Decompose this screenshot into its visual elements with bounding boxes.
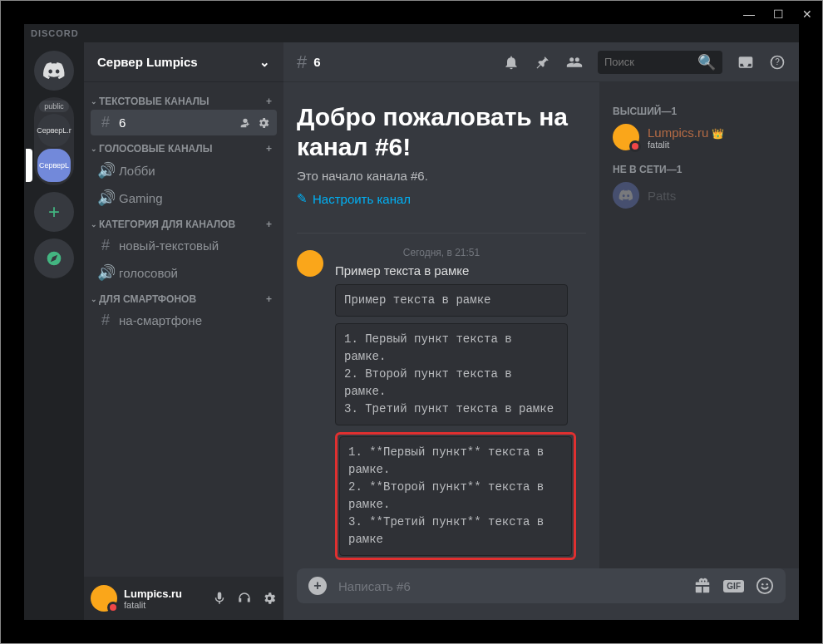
titlebar: DISCORD	[24, 24, 799, 42]
window-maximize-icon[interactable]: ☐	[773, 7, 784, 21]
server-header[interactable]: Сервер Lumpics ⌄	[84, 42, 283, 82]
hash-icon: #	[97, 312, 114, 329]
channel-6[interactable]: # 6	[91, 110, 277, 135]
help-icon[interactable]: ?	[769, 54, 786, 71]
speaker-icon: 🔊	[97, 161, 114, 179]
discord-logo-icon	[618, 189, 633, 201]
inbox-icon[interactable]	[737, 54, 754, 71]
member-list: ВЫСШИЙ—1 Lumpics.ru👑 fatalit НЕ В СЕТИ—1	[599, 82, 799, 568]
hash-icon: #	[97, 114, 114, 131]
member-patts[interactable]: Patts	[606, 179, 792, 212]
divider	[297, 233, 586, 234]
channel-name: 6	[119, 116, 126, 130]
code-block-2: 1. Первый пункт текста в рамке. 2. Второ…	[335, 323, 568, 425]
invite-icon[interactable]	[239, 116, 252, 130]
category-label: ТЕКСТОВЫЕ КАНАЛЫ	[99, 96, 209, 107]
guild-server-2[interactable]: СерверL	[37, 149, 71, 182]
channel-lobby[interactable]: 🔊 Лобби	[91, 157, 277, 184]
add-channel-icon[interactable]: +	[266, 143, 272, 155]
pin-icon[interactable]	[535, 54, 551, 71]
dnd-status-icon	[107, 602, 119, 613]
search-icon: 🔍	[697, 53, 716, 71]
channel-smartphone[interactable]: # на-смартфоне	[91, 307, 277, 333]
svg-text:?: ?	[775, 57, 780, 66]
svg-point-2	[757, 578, 772, 593]
settings-gear-icon[interactable]	[262, 591, 277, 606]
category-phones[interactable]: ⌄ДЛЯ СМАРТФОНОВ +	[84, 287, 283, 307]
channel-name: новый-текстовый	[119, 238, 219, 253]
chevron-down-icon: ⌄	[91, 97, 97, 106]
dnd-status-icon	[629, 140, 641, 152]
deafen-icon[interactable]	[237, 591, 252, 606]
setup-channel-label: Настроить канал	[313, 192, 411, 206]
svg-point-3	[761, 583, 763, 585]
message-input-box[interactable]: + Написать #6 GIF	[297, 568, 786, 603]
channel-name: голосовой	[119, 266, 178, 280]
welcome-block: Добро пожаловать наканал #6! Это начало …	[297, 96, 586, 206]
hash-icon: #	[97, 237, 114, 254]
chat-area: # 6 🔍 ?	[283, 42, 799, 620]
member-avatar	[613, 182, 639, 209]
add-channel-icon[interactable]: +	[266, 219, 272, 230]
speaker-icon: 🔊	[97, 263, 114, 282]
welcome-subtitle: Это начало канала #6.	[297, 169, 586, 183]
message-text: Пример текста в рамке	[335, 263, 586, 278]
selection-pill	[26, 149, 32, 182]
window-minimize-icon[interactable]: —	[743, 7, 755, 21]
notifications-icon[interactable]	[503, 54, 520, 71]
search-box[interactable]: 🔍	[598, 51, 722, 74]
category-text[interactable]: ⌄ТЕКСТОВЫЕ КАНАЛЫ +	[84, 89, 283, 109]
members-icon[interactable]	[566, 54, 583, 71]
setup-channel-link[interactable]: ✎ Настроить канал	[297, 191, 586, 206]
guild-server-1[interactable]: СерверL.r	[37, 114, 71, 147]
code-block-1: Пример текста в рамке	[335, 284, 568, 317]
category-label: КАТЕГОРИЯ ДЛЯ КАНАЛОВ	[99, 219, 235, 230]
emoji-icon[interactable]	[756, 577, 774, 595]
author-avatar[interactable]	[297, 250, 323, 277]
add-channel-icon[interactable]: +	[266, 293, 272, 305]
channel-voice[interactable]: 🔊 голосовой	[91, 259, 277, 286]
member-name: Lumpics.ru	[648, 125, 708, 140]
channel-title: 6	[313, 55, 320, 69]
hash-icon: #	[297, 52, 307, 73]
category-voice[interactable]: ⌄ГОЛОСОВЫЕ КАНАЛЫ +	[84, 136, 283, 156]
guild-label: СерверL	[39, 161, 69, 170]
window-close-icon[interactable]: ✕	[802, 7, 812, 21]
mute-icon[interactable]	[212, 591, 227, 606]
channel-gaming[interactable]: 🔊 Gaming	[91, 184, 277, 211]
add-server-button[interactable]: +	[34, 192, 74, 232]
channel-new-text[interactable]: # новый-текстовый	[91, 233, 277, 258]
attach-plus-icon[interactable]: +	[308, 577, 327, 595]
chevron-down-icon: ⌄	[91, 295, 97, 303]
search-input[interactable]	[604, 56, 697, 68]
gear-icon[interactable]	[257, 116, 270, 130]
welcome-title: Добро пожаловать наканал #6!	[297, 102, 586, 162]
chat-header: # 6 🔍 ?	[283, 42, 799, 82]
home-button[interactable]	[34, 51, 74, 91]
speaker-icon: 🔊	[97, 189, 114, 207]
channel-sidebar: Сервер Lumpics ⌄ ⌄ТЕКСТОВЫЕ КАНАЛЫ + # 6	[84, 42, 283, 620]
message-timestamp: Сегодня, в 21:51	[403, 247, 480, 258]
compass-icon	[46, 250, 62, 267]
add-channel-icon[interactable]: +	[266, 96, 272, 107]
channel-name: Лобби	[119, 164, 155, 178]
server-name: Сервер Lumpics	[97, 55, 198, 69]
member-status: fatalit	[648, 140, 724, 150]
channel-name: на-смартфоне	[119, 313, 202, 327]
code-block-3: 1. **Первый пункт** текста в рамке. 2. *…	[339, 436, 572, 556]
explore-servers-button[interactable]	[34, 238, 74, 278]
message-list: Добро пожаловать наканал #6! Это начало …	[283, 82, 599, 568]
message: Сегодня, в 21:51 Пример текста в рамке П…	[297, 247, 586, 562]
category-extra[interactable]: ⌄КАТЕГОРИЯ ДЛЯ КАНАЛОВ +	[84, 212, 283, 232]
chevron-down-icon: ⌄	[91, 220, 97, 229]
chevron-down-icon: ⌄	[91, 145, 97, 153]
member-lumpics[interactable]: Lumpics.ru👑 fatalit	[606, 120, 792, 154]
gift-icon[interactable]	[693, 577, 712, 595]
message-input-placeholder[interactable]: Написать #6	[338, 579, 682, 593]
self-avatar[interactable]	[91, 585, 117, 612]
gif-button[interactable]: GIF	[723, 580, 744, 592]
guild-folder[interactable]: public СерверL.r СерверL	[34, 97, 74, 185]
member-avatar	[613, 124, 639, 150]
chevron-down-icon: ⌄	[259, 55, 270, 70]
member-name: Patts	[648, 189, 676, 203]
